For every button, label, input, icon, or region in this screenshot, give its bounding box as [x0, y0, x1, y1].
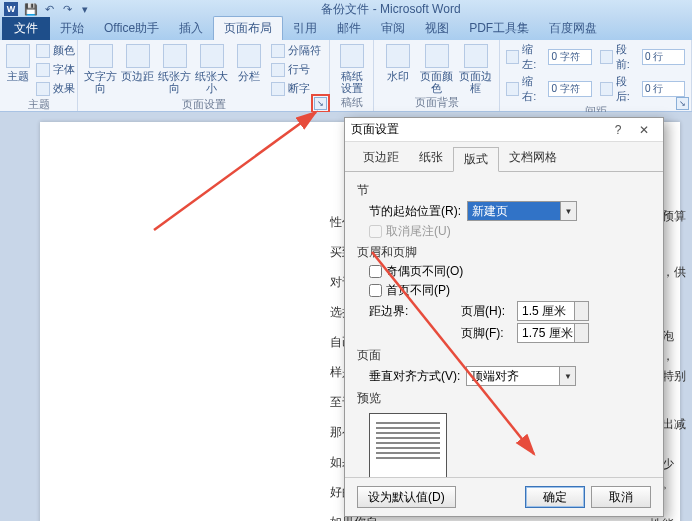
size-icon	[200, 44, 224, 68]
ok-button[interactable]: 确定	[525, 486, 585, 508]
dialog-help-button[interactable]: ?	[605, 120, 631, 140]
odd-even-diff-checkbox[interactable]	[369, 265, 382, 278]
space-before-input[interactable]: 0 行	[642, 49, 685, 65]
themes-button[interactable]: 主题	[6, 42, 30, 82]
dialog-titlebar[interactable]: 页面设置 ? ✕	[345, 118, 663, 142]
page-color-label: 页面颜色	[419, 70, 454, 94]
line-numbers-button[interactable]: 行号	[269, 61, 323, 78]
word-icon: W	[4, 2, 18, 16]
dialog-tab-margins[interactable]: 页边距	[353, 146, 409, 171]
theme-colors-button[interactable]: 颜色	[34, 42, 77, 59]
font-icon	[36, 63, 50, 77]
space-before-icon	[600, 50, 613, 64]
tab-file[interactable]: 文件	[2, 17, 50, 40]
tab-office-helper[interactable]: Office助手	[94, 17, 169, 40]
manuscript-label: 稿纸 设置	[341, 70, 363, 94]
odd-even-diff-label: 奇偶页不同(O)	[386, 263, 463, 280]
tab-page-layout[interactable]: 页面布局	[213, 16, 283, 40]
margins-button[interactable]: 页边距	[121, 42, 154, 82]
tab-home[interactable]: 开始	[50, 17, 94, 40]
page-setup-dialog: 页面设置 ? ✕ 页边距 纸张 版式 文档网格 节 节的起始位置(R): 新建页…	[344, 117, 664, 517]
tab-pdf-tools[interactable]: PDF工具集	[459, 17, 539, 40]
tab-review[interactable]: 审阅	[371, 17, 415, 40]
qat-customize-icon[interactable]: ▾	[76, 1, 94, 17]
space-after-input[interactable]: 0 行	[642, 81, 685, 97]
group-page-bg-label: 页面背景	[380, 95, 493, 109]
indent-right-input[interactable]: 0 字符	[548, 81, 591, 97]
dialog-tab-layout[interactable]: 版式	[453, 147, 499, 172]
section-start-combo[interactable]: 新建页 ▼	[467, 201, 577, 221]
dialog-button-row: 设为默认值(D) 确定 取消	[345, 477, 663, 516]
dialog-close-button[interactable]: ✕	[631, 120, 657, 140]
qat-undo-icon[interactable]: ↶	[40, 1, 58, 17]
page-setup-launcher[interactable]: ↘	[314, 97, 327, 110]
qat-save-icon[interactable]: 💾	[22, 1, 40, 17]
indent-left-label: 缩左:	[522, 42, 545, 72]
ribbon-tabs: 文件 开始 Office助手 插入 页面布局 引用 邮件 审阅 视图 PDF工具…	[0, 18, 692, 40]
theme-fonts-button[interactable]: 字体	[34, 61, 77, 78]
chevron-down-icon: ▼	[559, 367, 575, 385]
margins-icon	[126, 44, 150, 68]
margins-label: 页边距	[121, 70, 154, 82]
footer-dist-label: 页脚(F):	[461, 325, 511, 342]
watermark-button[interactable]: 水印	[380, 42, 415, 82]
preview-label: 预览	[357, 390, 651, 407]
valign-label: 垂直对齐方式(V):	[369, 368, 460, 385]
size-button[interactable]: 纸张大小	[195, 42, 228, 94]
theme-effects-button[interactable]: 效果	[34, 80, 77, 97]
title-bar: W 💾 ↶ ↷ ▾ 备份文件 - Microsoft Word	[0, 0, 692, 18]
columns-button[interactable]: 分栏	[232, 42, 265, 82]
cancel-button[interactable]: 取消	[591, 486, 651, 508]
valign-combo[interactable]: 顶端对齐 ▼	[466, 366, 576, 386]
themes-icon	[6, 44, 30, 68]
dialog-tab-grid[interactable]: 文档网格	[499, 146, 567, 171]
footer-dist-input[interactable]: 1.75 厘米	[517, 323, 589, 343]
group-themes-label: 主题	[6, 97, 71, 111]
first-page-diff-checkbox[interactable]	[369, 284, 382, 297]
breaks-icon	[271, 44, 285, 58]
indent-left-input[interactable]: 0 字符	[548, 49, 591, 65]
preview-thumbnail	[369, 413, 447, 477]
page-color-button[interactable]: 页面颜色	[419, 42, 454, 94]
qat-redo-icon[interactable]: ↷	[58, 1, 76, 17]
space-after-label: 段后:	[616, 74, 639, 104]
tab-view[interactable]: 视图	[415, 17, 459, 40]
theme-fonts-label: 字体	[53, 62, 75, 77]
dialog-tab-paper[interactable]: 纸张	[409, 146, 453, 171]
theme-effects-label: 效果	[53, 81, 75, 96]
suppress-endnotes-label: 取消尾注(U)	[386, 223, 451, 240]
spinner-icon[interactable]	[574, 324, 588, 342]
header-dist-label: 页眉(H):	[461, 303, 511, 320]
page-color-icon	[425, 44, 449, 68]
hyphenation-button[interactable]: 断字	[269, 80, 323, 97]
manuscript-icon	[340, 44, 364, 68]
spinner-icon[interactable]	[574, 302, 588, 320]
page-borders-icon	[464, 44, 488, 68]
group-page-setup-label: 页面设置	[84, 97, 323, 111]
text-direction-button[interactable]: 文字方向	[84, 42, 117, 94]
breaks-button[interactable]: 分隔符	[269, 42, 323, 59]
window-title: 备份文件 - Microsoft Word	[94, 1, 688, 18]
tab-baidu-netdisk[interactable]: 百度网盘	[539, 17, 607, 40]
page-borders-label: 页面边框	[458, 70, 493, 94]
group-manuscript-label: 稿纸	[336, 95, 367, 109]
section-start-label: 节的起始位置(R):	[369, 203, 461, 220]
themes-label: 主题	[7, 70, 29, 82]
section-group-label: 节	[357, 182, 651, 199]
chevron-down-icon: ▼	[560, 202, 576, 220]
tab-mailings[interactable]: 邮件	[327, 17, 371, 40]
indent-right-label: 缩右:	[522, 74, 545, 104]
tab-references[interactable]: 引用	[283, 17, 327, 40]
from-edge-label: 距边界:	[369, 303, 455, 320]
line-numbers-label: 行号	[288, 62, 310, 77]
manuscript-button[interactable]: 稿纸 设置	[336, 42, 367, 94]
line-numbers-icon	[271, 63, 285, 77]
page-borders-button[interactable]: 页面边框	[458, 42, 493, 94]
orientation-button[interactable]: 纸张方向	[158, 42, 191, 94]
set-default-button[interactable]: 设为默认值(D)	[357, 486, 456, 508]
tab-insert[interactable]: 插入	[169, 17, 213, 40]
paragraph-launcher[interactable]: ↘	[676, 97, 689, 110]
watermark-icon	[386, 44, 410, 68]
header-dist-input[interactable]: 1.5 厘米	[517, 301, 589, 321]
first-page-diff-label: 首页不同(P)	[386, 282, 450, 299]
